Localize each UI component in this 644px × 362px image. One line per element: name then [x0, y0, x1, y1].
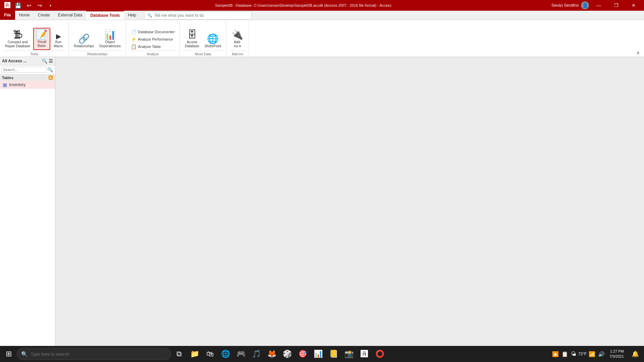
sharepoint-button[interactable]: 🌐 SharePoint: [202, 33, 223, 50]
menu-help[interactable]: Help: [124, 11, 140, 20]
sharepoint-label: SharePoint: [205, 44, 221, 48]
ribbon-analyze-content: 📄 Database Documenter ⚡ Analyze Performa…: [129, 23, 177, 50]
menu-external-data[interactable]: External Data: [54, 11, 87, 20]
snagit-button[interactable]: 📸: [341, 347, 356, 361]
start-button[interactable]: ⊞: [1, 347, 16, 361]
excel-icon: 📊: [314, 350, 323, 358]
run-macro-button[interactable]: ▶ RunMacro: [51, 31, 66, 50]
analyze-performance-button[interactable]: ⚡ Analyze Performance: [129, 36, 177, 43]
clock-date: 7/3/2021: [609, 354, 624, 359]
add-ins-icon: 🔌: [231, 30, 243, 40]
quick-access-toolbar: 🅰 💾 ↩ ↪ ▾: [3, 1, 55, 10]
database-documenter-button[interactable]: 📄 Database Documenter: [129, 28, 177, 35]
nav-panel: All Access ... 🔍 ☰ 🔍 Tables 🔼 ▦ Inventor…: [0, 57, 55, 350]
menu-database-tools[interactable]: Database Tools: [86, 11, 124, 20]
redo-qat-button[interactable]: ↪: [35, 1, 44, 10]
header-search-box[interactable]: 🔍: [144, 11, 252, 19]
volume-icon[interactable]: 🔊: [597, 350, 605, 358]
menu-create[interactable]: Create: [34, 11, 54, 20]
taskbar-search-input[interactable]: [31, 352, 167, 357]
ribbon-tools-content: 🗜 Compact andRepair Database 📝 VisualBas…: [3, 23, 66, 50]
ribbon-move-data-label: Move Data: [182, 51, 223, 56]
nav-item-inventory[interactable]: ▦ Inventory: [0, 81, 55, 89]
onenote-button[interactable]: 📒: [326, 347, 341, 361]
inventory-table-icon: ▦: [3, 82, 7, 87]
ribbon-addins-label: Add-ins: [229, 51, 246, 56]
nav-search-icon[interactable]: 🔍: [42, 58, 47, 64]
menu-home[interactable]: Home: [15, 11, 34, 20]
network-icon[interactable]: 📶: [588, 350, 596, 358]
nav-section-header[interactable]: Tables 🔼: [0, 74, 55, 81]
tray-clipboard-icon[interactable]: 📋: [561, 350, 569, 358]
user-area: Sevan Serafino 👤 — ❐ ✕: [551, 0, 641, 11]
title-bar: 🅰 💾 ↩ ↪ ▾ SampleDB : Database- C:\Users\…: [0, 0, 644, 11]
xbox-icon: 🎯: [298, 350, 307, 358]
store-icon: 🛍: [206, 350, 214, 358]
ribbon-move-data-content: 🗄 AccessDatabase 🌐 SharePoint: [182, 23, 223, 50]
undo-qat-button[interactable]: ↩: [24, 1, 34, 10]
inventory-label: Inventory: [9, 82, 25, 87]
discord-button[interactable]: 🎲: [280, 347, 294, 361]
file-explorer-button[interactable]: 📁: [187, 347, 202, 361]
nav-search-input[interactable]: [1, 67, 47, 73]
tray-weather-icon[interactable]: 🌤: [570, 350, 577, 358]
taskbar-search[interactable]: 🔍: [17, 348, 171, 360]
access-taskbar-button[interactable]: 🅰: [357, 347, 372, 361]
excel-button[interactable]: 📊: [311, 347, 325, 361]
relationships-button[interactable]: 🔗 Relationships: [71, 33, 96, 50]
tray-temp-label: 73°F: [578, 352, 587, 356]
ribbon-tools-label: Tools: [3, 51, 66, 56]
main-area: All Access ... 🔍 ☰ 🔍 Tables 🔼 ▦ Inventor…: [0, 57, 644, 350]
tray-show-hidden-icon[interactable]: 🔼: [551, 350, 559, 358]
menu-file[interactable]: File: [0, 11, 15, 20]
save-qat-button[interactable]: 💾: [13, 1, 23, 10]
nav-header-icons: 🔍 ☰: [42, 58, 53, 64]
object-dependencies-button[interactable]: 📊 ObjectDependencies: [97, 28, 123, 50]
ribbon-addins-content: 🔌 Add-ins ▾: [229, 23, 246, 50]
xbox-button[interactable]: 🎯: [295, 347, 310, 361]
discord-icon: 🎲: [283, 350, 292, 358]
analyze-table-button[interactable]: 📋 Analyze Table: [129, 43, 177, 50]
nav-search-submit-icon[interactable]: 🔍: [47, 67, 54, 72]
user-name: Sevan Serafino: [551, 3, 579, 8]
visual-basic-button[interactable]: 📝 VisualBasic: [33, 28, 50, 50]
edge-button[interactable]: 🌐: [218, 347, 233, 361]
qat-dropdown-button[interactable]: ▾: [46, 1, 55, 10]
store-button[interactable]: 🛍: [203, 347, 217, 361]
nav-search-box[interactable]: 🔍: [0, 65, 55, 74]
ribbon-collapse-button[interactable]: ∧: [635, 50, 641, 57]
taskbar: ⊞ 🔍 ⧉ 📁 🛍 🌐 🎮 🎵 🦊 🎲 🎯 📊 📒 📸 🅰: [0, 346, 644, 362]
nav-menu-icon[interactable]: ☰: [49, 58, 53, 64]
database-documenter-label: Database Documenter: [138, 30, 175, 34]
add-ins-button[interactable]: 🔌 Add-ins ▾: [229, 28, 246, 50]
task-view-button[interactable]: ⧉: [172, 347, 186, 361]
firefox-button[interactable]: 🦊: [264, 347, 279, 361]
close-button[interactable]: ✕: [626, 0, 641, 11]
user-avatar[interactable]: 👤: [581, 1, 589, 9]
analyze-table-icon: 📋: [131, 44, 137, 49]
minimize-button[interactable]: —: [591, 0, 606, 11]
compact-repair-icon: 🗜: [13, 30, 22, 40]
system-clock[interactable]: 1:27 PM 7/3/2021: [607, 349, 627, 359]
spotify-button[interactable]: 🎵: [249, 347, 264, 361]
notification-button[interactable]: 🔔: [628, 347, 643, 361]
compact-repair-label: Compact andRepair Database: [5, 40, 30, 48]
system-tray: 🔼 📋 🌤 73°F 📶 🔊 1:27 PM 7/3/2021 🔔: [551, 347, 643, 361]
firefox-icon: 🦊: [267, 350, 276, 358]
nav-section-label: Tables: [2, 76, 13, 80]
ribbon-group-move-data: 🗄 AccessDatabase 🌐 SharePoint Move Data: [180, 21, 226, 57]
object-dependencies-label: ObjectDependencies: [99, 40, 121, 48]
clock-time: 1:27 PM: [609, 349, 624, 354]
maximize-button[interactable]: ❐: [608, 0, 624, 11]
access-database-button[interactable]: 🗄 AccessDatabase: [182, 28, 202, 50]
header-search-input[interactable]: [154, 13, 249, 18]
access-app-icon: 🅰: [3, 1, 12, 10]
steam-button[interactable]: 🎮: [233, 347, 248, 361]
relationships-label: Relationships: [74, 44, 94, 48]
file-explorer-icon: 📁: [190, 350, 199, 358]
oralogo-button[interactable]: ⭕: [372, 347, 387, 361]
analyze-table-label: Analyze Table: [138, 45, 161, 49]
compact-repair-button[interactable]: 🗜 Compact andRepair Database: [3, 28, 33, 50]
relationships-icon: 🔗: [78, 34, 90, 44]
analyze-small-buttons: 📄 Database Documenter ⚡ Analyze Performa…: [129, 28, 177, 50]
